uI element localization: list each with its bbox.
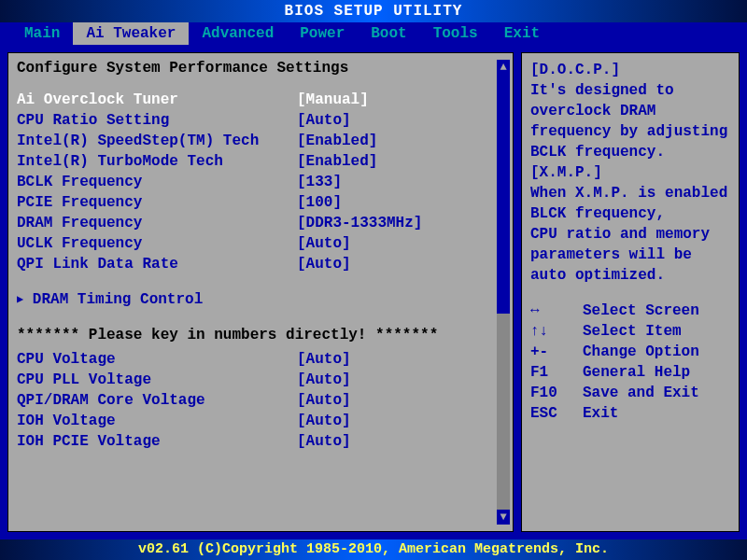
- key-hint-key: F10: [530, 383, 583, 403]
- key-hint: F10Save and Exit: [530, 383, 736, 403]
- menu-item-exit[interactable]: Exit: [491, 22, 553, 45]
- submenu-marker-icon: ▶: [17, 289, 23, 310]
- key-hint-key: ↔: [530, 301, 583, 321]
- setting-row[interactable]: Ai Overclock Tuner[Manual]: [17, 90, 493, 110]
- setting-value[interactable]: [Auto]: [297, 349, 351, 370]
- setting-label: Ai Overclock Tuner: [17, 90, 297, 110]
- footer: v02.61 (C)Copyright 1985-2010, American …: [0, 539, 747, 560]
- scroll-down-icon[interactable]: ▼: [497, 510, 510, 525]
- setting-row[interactable]: CPU Ratio Setting[Auto]: [17, 110, 493, 131]
- settings-panel: Configure System Performance Settings Ai…: [6, 50, 515, 534]
- key-hint: F1General Help: [530, 362, 736, 383]
- setting-label: CPU Ratio Setting: [17, 110, 297, 131]
- help-line: BLCK frequency,: [530, 203, 736, 224]
- setting-label: CPU Voltage: [17, 349, 297, 370]
- setting-label: DRAM Frequency: [17, 213, 297, 233]
- key-hint-desc: Select Item: [583, 321, 682, 342]
- setting-label: Intel(R) SpeedStep(TM) Tech: [17, 131, 297, 151]
- menu-item-tools[interactable]: Tools: [420, 22, 491, 45]
- setting-label: Intel(R) TurboMode Tech: [17, 151, 297, 172]
- title-bar: BIOS SETUP UTILITY: [0, 0, 747, 22]
- setting-row[interactable]: UCLK Frequency[Auto]: [17, 233, 493, 254]
- help-line: frequency by adjusting: [530, 121, 736, 142]
- help-line: auto optimized.: [530, 265, 736, 286]
- setting-row[interactable]: CPU Voltage[Auto]: [17, 349, 493, 370]
- help-line: parameters will be: [530, 245, 736, 265]
- setting-value[interactable]: [Auto]: [297, 370, 351, 390]
- setting-value[interactable]: [133]: [297, 172, 342, 192]
- setting-label: QPI Link Data Rate: [17, 254, 297, 274]
- setting-label: QPI/DRAM Core Voltage: [17, 390, 297, 411]
- setting-row[interactable]: Intel(R) TurboMode Tech[Enabled]: [17, 151, 493, 172]
- menu-item-advanced[interactable]: Advanced: [189, 22, 287, 45]
- setting-label: IOH PCIE Voltage: [17, 431, 297, 452]
- key-hint-key: +-: [530, 342, 583, 362]
- key-hint-key: F1: [530, 362, 583, 383]
- setting-label: UCLK Frequency: [17, 233, 297, 254]
- setting-label: IOH Voltage: [17, 411, 297, 431]
- setting-row[interactable]: DRAM Frequency[DDR3-1333MHz]: [17, 213, 493, 233]
- setting-label: CPU PLL Voltage: [17, 370, 297, 390]
- scrollbar[interactable]: ▲ ▼: [497, 60, 510, 525]
- help-panel: [D.O.C.P.]It's designed tooverclock DRAM…: [519, 50, 741, 534]
- key-hint-key: ESC: [530, 403, 583, 424]
- setting-row[interactable]: BCLK Frequency[133]: [17, 172, 493, 192]
- setting-value[interactable]: [DDR3-1333MHz]: [297, 213, 422, 233]
- settings-list: Configure System Performance Settings Ai…: [17, 60, 493, 525]
- help-line: When X.M.P. is enabled: [530, 183, 736, 203]
- key-hint-desc: Exit: [583, 403, 618, 424]
- setting-value[interactable]: [Auto]: [297, 254, 351, 274]
- key-hint-desc: General Help: [583, 362, 690, 383]
- setting-value[interactable]: [Enabled]: [297, 151, 377, 172]
- submenu-dram-timing[interactable]: ▶ DRAM Timing Control: [17, 289, 493, 310]
- setting-row[interactable]: IOH Voltage[Auto]: [17, 411, 493, 431]
- submenu-label: [23, 289, 33, 310]
- setting-row[interactable]: PCIE Frequency[100]: [17, 192, 493, 213]
- setting-row[interactable]: QPI Link Data Rate[Auto]: [17, 254, 493, 274]
- key-hint-key: ↑↓: [530, 321, 583, 342]
- scroll-thumb[interactable]: [497, 75, 510, 314]
- help-line: CPU ratio and memory: [530, 224, 736, 245]
- main-body: Configure System Performance Settings Ai…: [0, 45, 747, 539]
- key-hint-desc: Select Screen: [583, 301, 699, 321]
- menu-item-main[interactable]: Main: [11, 22, 73, 45]
- help-text: [D.O.C.P.]It's designed tooverclock DRAM…: [530, 60, 736, 286]
- menu-item-ai-tweaker[interactable]: Ai Tweaker: [73, 22, 189, 45]
- help-line: It's designed to: [530, 80, 736, 101]
- setting-value[interactable]: [Auto]: [297, 233, 351, 254]
- setting-value[interactable]: [Auto]: [297, 110, 351, 131]
- key-hint-desc: Change Option: [583, 342, 699, 362]
- key-hint: +-Change Option: [530, 342, 736, 362]
- setting-value[interactable]: [Enabled]: [297, 131, 377, 151]
- key-hint: ↑↓Select Item: [530, 321, 736, 342]
- setting-value[interactable]: [Auto]: [297, 390, 351, 411]
- setting-row[interactable]: IOH PCIE Voltage[Auto]: [17, 431, 493, 452]
- setting-row[interactable]: Intel(R) SpeedStep(TM) Tech[Enabled]: [17, 131, 493, 151]
- input-note: ******* Please key in numbers directly! …: [17, 325, 493, 345]
- help-line: [D.O.C.P.]: [530, 60, 736, 80]
- menu-item-boot[interactable]: Boot: [358, 22, 419, 45]
- key-hint: ESCExit: [530, 403, 736, 424]
- setting-value[interactable]: [Manual]: [297, 90, 369, 110]
- key-hint: ↔Select Screen: [530, 301, 736, 321]
- help-line: BCLK frequency.: [530, 142, 736, 162]
- setting-value[interactable]: [Auto]: [297, 431, 351, 452]
- setting-label: BCLK Frequency: [17, 172, 297, 192]
- submenu-label-text: DRAM Timing Control: [33, 289, 203, 310]
- scroll-up-icon[interactable]: ▲: [497, 60, 510, 75]
- setting-value[interactable]: [100]: [297, 192, 342, 213]
- menu-item-power[interactable]: Power: [287, 22, 358, 45]
- section-title: Configure System Performance Settings: [17, 60, 493, 77]
- scroll-track[interactable]: [497, 75, 510, 510]
- help-line: overclock DRAM: [530, 101, 736, 121]
- key-hints: ↔Select Screen↑↓Select Item+-Change Opti…: [530, 301, 736, 424]
- setting-label: PCIE Frequency: [17, 192, 297, 213]
- help-line: [X.M.P.]: [530, 162, 736, 183]
- menu-bar: MainAi TweakerAdvancedPowerBootToolsExit: [0, 22, 747, 45]
- key-hint-desc: Save and Exit: [583, 383, 699, 403]
- setting-row[interactable]: QPI/DRAM Core Voltage[Auto]: [17, 390, 493, 411]
- setting-row[interactable]: CPU PLL Voltage[Auto]: [17, 370, 493, 390]
- setting-value[interactable]: [Auto]: [297, 411, 351, 431]
